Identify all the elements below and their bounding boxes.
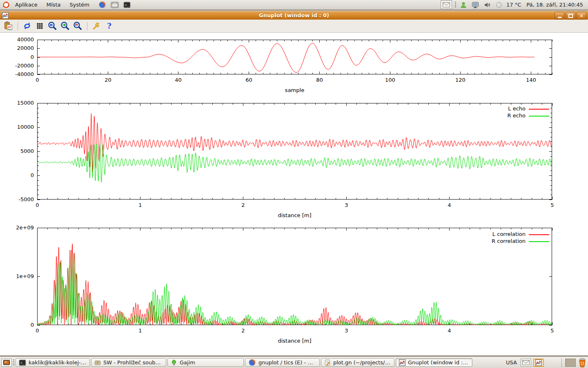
chart-sample-waveform[interactable]: 020406080100120140-40000-200000200004000… [37,40,552,74]
titlebar[interactable]: Gnuplot (window id : 0) ✕ [0,11,588,20]
taskbar-window-label: kaklik@kaklik-kolej-u... [29,359,87,366]
help-icon[interactable]: ? [104,21,114,31]
x-tick-label: 80 [307,77,332,83]
taskbar-right: USA [506,358,587,368]
y-tick-label: 2e+09 [4,224,34,231]
legend-entry-label: L echo [446,105,526,112]
user-switcher-icon[interactable] [459,0,468,9]
taskbar-window-button[interactable]: SW - Prohlížeč souborů [91,358,166,367]
x-tick-label: 40 [166,77,191,83]
zoom-previous-icon[interactable] [47,21,58,31]
workspace-switcher[interactable] [565,359,576,367]
taskbar-window-button[interactable]: gnuplot / tics (E) - M... [245,358,320,367]
x-tick-label: 120 [448,77,473,83]
terminal-icon: >_ [19,359,26,366]
show-desktop-button[interactable] [1,359,12,367]
mail-tray-icon[interactable] [441,0,452,9]
x-tick-label: 60 [237,77,261,83]
series-r-echo [37,143,552,182]
gnuplot-window-icon [2,12,9,20]
y-tick-label: -20000 [4,63,34,69]
gnuplot-tray-icon[interactable] [533,359,544,367]
x-tick-label: 3 [334,202,359,208]
x-axis-title: sample [37,87,552,93]
window-buttons: ✕ [555,12,586,20]
svg-text:>_: >_ [125,3,129,7]
taskbar: >_kaklik@kaklik-kolej-u...SW - Prohlížeč… [0,357,588,368]
chart-canvas[interactable] [37,40,552,74]
mail-tray-icon[interactable] [521,359,531,367]
grid-icon[interactable] [35,21,45,31]
x-tick-label: 1 [128,328,153,334]
y-tick-label: -5000 [4,196,34,202]
tray-separator [561,358,562,367]
ubuntu-logo-icon[interactable] [2,0,11,9]
mail-icon[interactable] [110,0,119,9]
taskbar-window-label: Gnuplot (window id : 0) [408,359,469,366]
firefox-icon [248,359,256,366]
taskbar-window-label: plot.gn (~/projects/p... [333,359,391,366]
trash-icon[interactable] [578,358,587,368]
desktop: { "desktop": { "panel": { "menus": ["Apl… [0,0,588,368]
y-tick-label: 0 [4,322,34,328]
y-tick-label: 10000 [4,124,34,130]
taskbar-window-button[interactable]: Gajim [167,358,244,367]
temperature-label: 17 °C [506,2,521,8]
settings-icon[interactable] [91,21,102,31]
text-editor-icon [324,359,331,366]
x-tick-label: 5 [540,328,565,334]
keyboard-layout-indicator[interactable]: USA [506,359,517,366]
series-r-correlation [37,250,552,325]
terminal-icon[interactable]: >_ [122,0,131,9]
zoom-reset-icon[interactable] [73,21,83,31]
y-tick-label: 0 [4,172,34,178]
x-tick-label: 100 [378,77,403,83]
x-tick-label: 5 [540,202,565,208]
y-tick-label: 15000 [4,100,34,106]
x-tick-label: 0 [25,328,50,334]
toolbar: ? [0,20,588,33]
volume-icon[interactable] [483,0,492,9]
y-tick-label: -40000 [4,71,34,77]
gajim-icon [171,359,177,366]
x-axis-title: distance [m] [37,338,552,344]
gnuplot-window: Gnuplot (window id : 0) ✕ ? 020406080100… [0,11,588,355]
y-tick-label: 0 [4,54,34,60]
refresh-icon[interactable] [22,21,32,31]
minimize-button[interactable] [555,12,564,20]
menu-applications[interactable]: Aplikace [11,0,42,9]
y-tick-label: 20000 [4,45,34,51]
taskbar-window-button[interactable]: Gnuplot (window id : 0) [396,358,472,367]
y-tick-label: 5000 [4,148,34,154]
menu-places[interactable]: Místa [42,0,65,9]
display-icon[interactable] [471,0,480,9]
x-tick-label: 2 [231,328,256,334]
toolbar-separator [18,22,18,30]
taskbar-window-label: SW - Prohlížeč souborů [103,359,163,366]
y-tick-label: 40000 [4,36,34,43]
file-manager-icon [94,359,101,366]
x-tick-label: 0 [25,77,50,83]
copy-plot-icon[interactable] [3,21,13,31]
gnuplot-icon [399,359,405,366]
weather-icon[interactable] [494,0,503,9]
window-list-handle[interactable] [13,359,14,366]
series-chirp-signal [37,43,535,72]
chart-echo[interactable]: 012345-5000050001000015000distance [m]L … [37,103,552,200]
taskbar-window-button[interactable]: >_kaklik@kaklik-kolej-u... [16,358,90,367]
svg-text:>_: >_ [20,361,24,365]
taskbar-window-button[interactable]: plot.gn (~/projects/p... [321,358,394,367]
clock-label[interactable]: Pá, 18. září, 21:40:45 [526,2,583,8]
x-axis-title: distance [m] [37,212,552,218]
menu-system[interactable]: Systém [65,0,94,9]
chart-correlation[interactable]: 01234501e+092e+09distance [m]L correlati… [37,228,552,325]
panel-launchers: >_ [98,0,131,9]
firefox-icon[interactable] [98,0,107,9]
tray-separator [455,2,456,8]
zoom-next-icon[interactable] [60,21,70,31]
svg-text:?: ? [107,22,111,30]
close-button[interactable]: ✕ [577,12,586,20]
x-tick-label: 0 [25,202,50,208]
y-tick-label: 1e+09 [4,273,34,279]
maximize-button[interactable] [566,12,575,20]
